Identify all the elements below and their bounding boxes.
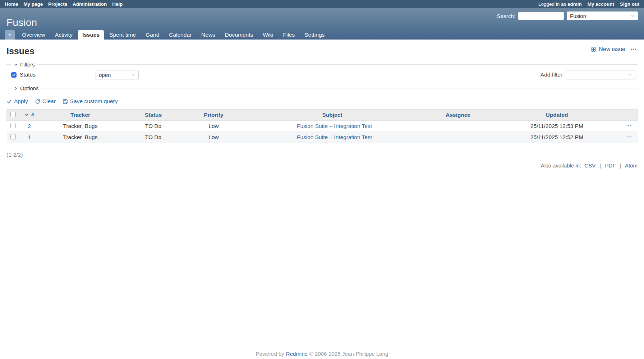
filters-fieldset: Filters Status open Add filter [6,61,638,82]
tab-overview[interactable]: Overview [18,30,50,40]
main-content: New issue Issues Filters Status open [0,40,644,348]
new-tab-plus-button[interactable]: + [5,30,15,40]
column-header-actions [620,110,638,121]
pagination-info: (1-2/2) [6,152,638,158]
issue-updated-cell: 25/11/2025 12:53 PM [494,121,620,132]
tab-files[interactable]: Files [279,30,299,40]
page-title: Issues [6,46,638,56]
column-header-priority[interactable]: Priority [185,110,243,121]
options-fieldset: Options [6,85,638,92]
save-custom-query-button[interactable]: Save custom query [63,98,118,105]
sign-out-link[interactable]: Sign out [620,1,639,7]
issue-subject-link[interactable]: Fusion Suite – Integration Test [297,123,372,129]
redmine-link[interactable]: Redmine [286,351,308,357]
options-legend-toggle[interactable]: Options [11,85,41,91]
apply-label: Apply [14,98,28,105]
tab-settings[interactable]: Settings [300,30,329,40]
logged-in-username: admin [567,1,582,7]
row-checkbox[interactable] [10,123,16,128]
issue-row: 2 Tracker_Bugs TO Do Low Fusion Suite – … [7,121,638,132]
clear-button[interactable]: Clear [35,98,56,105]
status-filter-checkbox[interactable] [11,72,17,78]
row-actions-button[interactable] [626,124,631,128]
filters-legend-label: Filters [20,61,35,68]
tab-documents[interactable]: Documents [221,30,257,40]
issue-status-cell: TO Do [122,121,185,132]
new-issue-button[interactable]: New issue [590,46,625,52]
top-menu-home[interactable]: Home [5,1,18,7]
row-actions-button[interactable] [626,135,631,139]
apply-button[interactable]: Apply [6,98,28,105]
row-select-cell [7,132,20,143]
column-header-updated[interactable]: Updated [494,110,620,121]
issue-priority-cell: Low [185,132,243,143]
my-account-link[interactable]: My account [588,1,614,7]
clear-label: Clear [42,98,56,105]
tab-activity[interactable]: Activity [51,30,77,40]
header-select-cell [7,110,20,121]
status-filter: Status [11,72,36,78]
top-menu-nav: Home My page Projects Administration Hel… [5,1,126,7]
separator: | [599,162,601,169]
tab-wiki[interactable]: Wiki [258,30,277,40]
column-header-status[interactable]: Status [122,110,185,121]
table-header-row: # Tracker Status Priority Subject Assign… [7,110,638,121]
column-header-subject[interactable]: Subject [243,110,422,121]
tab-issues[interactable]: Issues [78,30,104,40]
contextual-actions: New issue [590,46,637,52]
separator: | [620,162,621,169]
issue-id-cell: 1 [20,132,39,143]
footer: Powered by Redmine © 2006-2025 Jean-Phil… [0,348,644,359]
column-header-id-label: # [31,111,34,118]
select-all-checkbox[interactable] [10,112,16,117]
issue-actions-cell [620,121,638,132]
issue-id-cell: 2 [20,121,39,132]
more-actions-button[interactable] [630,47,637,52]
plus-circle-icon [590,46,597,52]
filters-body: Status open Add filter [6,68,638,81]
tab-spent-time[interactable]: Spent time [105,30,140,40]
issue-updated-cell: 25/11/2025 12:52 PM [494,132,620,143]
issue-id-link[interactable]: 1 [28,134,31,140]
tab-news[interactable]: News [197,30,220,40]
issue-row: 1 Tracker_Bugs TO Do Low Fusion Suite – … [7,132,638,143]
logged-in-status: Logged in as admin [538,1,582,7]
tab-calendar[interactable]: Calendar [165,30,196,40]
column-header-assignee[interactable]: Assignee [422,110,494,121]
top-menu-administration[interactable]: Administration [73,1,107,7]
filters-legend-toggle[interactable]: Filters [11,61,37,68]
issue-subject-cell: Fusion Suite – Integration Test [243,121,422,132]
issues-table: # Tracker Status Priority Subject Assign… [6,109,638,143]
export-formats-label: Also available in: [541,162,581,169]
query-buttons: Apply Clear Save custom query [6,98,638,105]
chevron-down-icon [628,73,632,77]
reload-icon [35,99,40,104]
add-filter-label: Add filter [540,72,562,78]
issue-subject-cell: Fusion Suite – Integration Test [243,132,422,143]
issue-subject-link[interactable]: Fusion Suite – Integration Test [297,134,372,140]
export-atom-link[interactable]: Atom [625,162,638,169]
add-filter-select[interactable] [566,70,635,79]
issue-tracker-cell: Tracker_Bugs [39,121,122,132]
project-jump-select[interactable]: Fusion [567,11,638,20]
export-csv-link[interactable]: CSV [584,162,595,169]
main-menu-tabs: + Overview Activity Issues Spent time Ga… [5,30,329,40]
status-operator-value: open [99,72,111,78]
tab-gantt[interactable]: Gantt [141,30,164,40]
column-header-tracker[interactable]: Tracker [39,110,122,121]
top-menu-projects[interactable]: Projects [48,1,67,7]
search-input[interactable] [518,12,564,20]
header: Fusion Search: Fusion + Overview Activit… [0,8,644,40]
status-operator-select[interactable]: open [96,70,139,79]
export-pdf-link[interactable]: PDF [605,162,616,169]
options-legend-label: Options [20,85,39,91]
top-menu-my-page[interactable]: My page [23,1,43,7]
export-formats: Also available in: CSV | PDF | Atom [6,162,638,169]
issue-id-link[interactable]: 2 [28,123,31,129]
issue-tracker-cell: Tracker_Bugs [39,132,122,143]
top-menu-help[interactable]: Help [112,1,123,7]
chevron-down-icon [630,14,635,18]
column-header-id[interactable]: # [20,110,39,121]
row-checkbox[interactable] [10,134,16,139]
add-filter: Add filter [540,70,635,79]
